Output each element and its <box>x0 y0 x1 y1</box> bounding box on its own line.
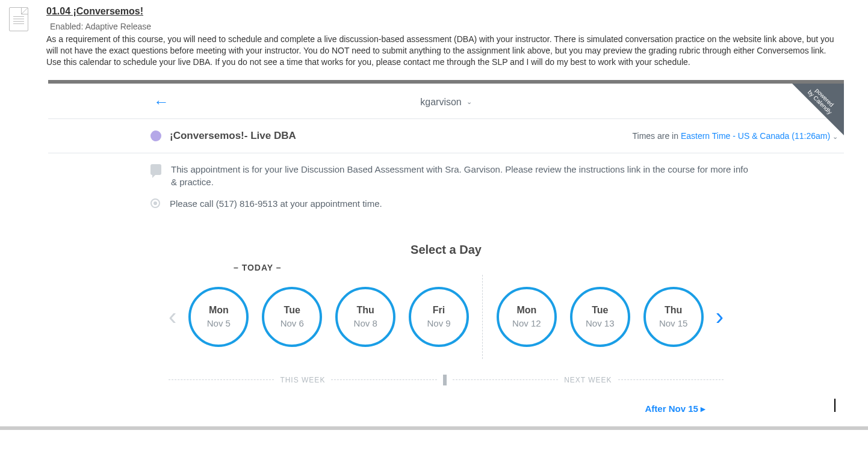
chevron-down-icon: ⌄ <box>467 98 472 106</box>
day-list: Mon Nov 5 Tue Nov 6 Thu Nov 8 Fri Nov 9 <box>188 275 703 359</box>
this-week-label: THIS WEEK <box>274 376 331 384</box>
select-day-heading: Select a Day <box>48 243 844 257</box>
day-weekday: Mon <box>516 305 536 316</box>
day-date: Nov 9 <box>427 318 450 328</box>
day-weekday: Tue <box>592 305 608 316</box>
event-description: This appointment is for your live Discus… <box>171 163 749 189</box>
day-option[interactable]: Thu Nov 8 <box>335 287 395 347</box>
day-date: Nov 5 <box>207 318 231 328</box>
assignment-description-1: As a requirement of this course, you wil… <box>46 34 844 57</box>
day-date: Nov 8 <box>354 318 377 328</box>
event-title: ¡Conversemos!- Live DBA <box>170 130 296 142</box>
day-option[interactable]: Mon Nov 5 <box>188 287 249 347</box>
assignment-subtitle: Enabled: Adaptive Release <box>50 22 844 31</box>
bottom-divider <box>0 426 868 430</box>
today-label: – TODAY – <box>234 263 844 272</box>
day-option[interactable]: Fri Nov 9 <box>409 287 469 347</box>
day-date: Nov 15 <box>659 318 688 328</box>
back-arrow-button[interactable]: ← <box>153 93 169 111</box>
after-date-link[interactable]: After Nov 15 ▸ <box>645 403 705 414</box>
day-date: Nov 6 <box>281 318 304 328</box>
day-option[interactable]: Mon Nov 12 <box>497 287 557 347</box>
day-weekday: Tue <box>284 305 300 316</box>
calendly-widget: poweredby Calendly ← kgarvison ⌄ ¡Conver… <box>48 84 844 426</box>
event-location: Please call (517) 816-9513 at your appoi… <box>170 197 382 210</box>
week-separator <box>482 275 483 359</box>
assignment-description-2: Use this calendar to schedule your live … <box>46 57 844 68</box>
speech-bubble-icon <box>150 164 161 175</box>
day-weekday: Fri <box>433 305 445 316</box>
day-weekday: Mon <box>209 305 229 316</box>
day-weekday: Thu <box>356 305 374 316</box>
next-week-label: NEXT WEEK <box>558 376 618 384</box>
assignment-title[interactable]: 01.04 ¡Conversemos! <box>46 6 844 17</box>
day-option[interactable]: Thu Nov 15 <box>643 287 704 347</box>
prev-days-button[interactable]: ‹ <box>157 303 188 330</box>
document-icon <box>9 7 28 31</box>
day-option[interactable]: Tue Nov 6 <box>262 287 322 347</box>
week-midpoint <box>443 375 447 385</box>
text-cursor <box>834 399 835 412</box>
location-icon <box>150 198 160 208</box>
day-option[interactable]: Tue Nov 13 <box>570 287 630 347</box>
day-date: Nov 13 <box>586 318 615 328</box>
day-weekday: Thu <box>665 305 682 316</box>
host-name: kgarvison <box>420 97 461 108</box>
host-dropdown[interactable]: kgarvison ⌄ <box>420 97 471 108</box>
next-days-button[interactable]: › <box>704 303 736 330</box>
event-color-dot <box>150 130 161 141</box>
day-date: Nov 12 <box>512 318 541 328</box>
